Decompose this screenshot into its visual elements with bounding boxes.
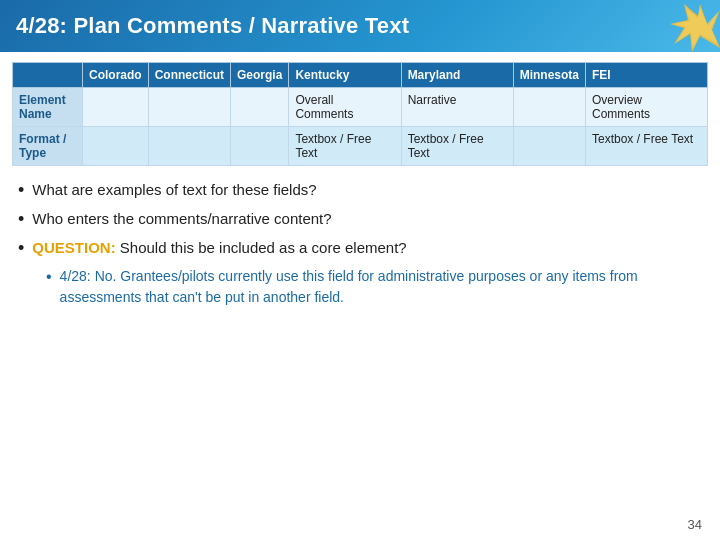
page-number: 34 [688,517,702,532]
sub-bullet-item-1: • 4/28: No. Grantees/pilots currently us… [46,266,702,308]
table-header-row: Colorado Connecticut Georgia Kentucky Ma… [13,63,708,88]
cell-colorado-format [83,127,149,166]
col-header-colorado: Colorado [83,63,149,88]
col-header-connecticut: Connecticut [148,63,230,88]
question-label: QUESTION: [32,239,115,256]
col-header-minnesota: Minnesota [513,63,585,88]
cell-maryland-format: Textbox / Free Text [401,127,513,166]
sub-bullet-text-1: 4/28: No. Grantees/pilots currently use … [60,266,702,308]
slide-header: 4/28: Plan Comments / Narrative Text [0,0,720,52]
star-decoration-icon [640,0,720,52]
cell-maryland-element: Narrative [401,88,513,127]
bullet-text-1: What are examples of text for these fiel… [32,178,316,202]
cell-fei-format: Textbox / Free Text [585,127,707,166]
bullet-question-text: Should this be included as a core elemen… [116,239,407,256]
cell-kentucky-element: Overall Comments [289,88,401,127]
bullet-dot-1: • [18,178,24,203]
bullet-item-1: • What are examples of text for these fi… [18,178,702,203]
col-header-fei: FEI [585,63,707,88]
bullet-item-2: • Who enters the comments/narrative cont… [18,207,702,232]
bullet-dot-3: • [18,236,24,261]
table-row: Element Name Overall Comments Narrative … [13,88,708,127]
bullet-content-area: • What are examples of text for these fi… [18,178,702,308]
bullet-text-2: Who enters the comments/narrative conten… [32,207,331,231]
table-row: Format / Type Textbox / Free Text Textbo… [13,127,708,166]
cell-fei-element: Overview Comments [585,88,707,127]
bullet-item-3: • QUESTION: Should this be included as a… [18,236,702,261]
col-header-maryland: Maryland [401,63,513,88]
sub-bullet-dot-1: • [46,266,52,288]
row-label-element-name: Element Name [13,88,83,127]
cell-minnesota-format [513,127,585,166]
cell-georgia-format [231,127,289,166]
main-bullet-list: • What are examples of text for these fi… [18,178,702,262]
cell-connecticut-format [148,127,230,166]
slide-title: 4/28: Plan Comments / Narrative Text [16,13,409,39]
comparison-table: Colorado Connecticut Georgia Kentucky Ma… [12,62,708,166]
bullet-dot-2: • [18,207,24,232]
cell-georgia-element [231,88,289,127]
col-header-kentucky: Kentucky [289,63,401,88]
col-header-label [13,63,83,88]
col-header-georgia: Georgia [231,63,289,88]
row-label-format-type: Format / Type [13,127,83,166]
cell-colorado-element [83,88,149,127]
cell-connecticut-element [148,88,230,127]
sub-bullet-list: • 4/28: No. Grantees/pilots currently us… [18,266,702,308]
bullet-text-3: QUESTION: Should this be included as a c… [32,236,406,260]
cell-minnesota-element [513,88,585,127]
data-table-container: Colorado Connecticut Georgia Kentucky Ma… [12,62,708,166]
cell-kentucky-format: Textbox / Free Text [289,127,401,166]
